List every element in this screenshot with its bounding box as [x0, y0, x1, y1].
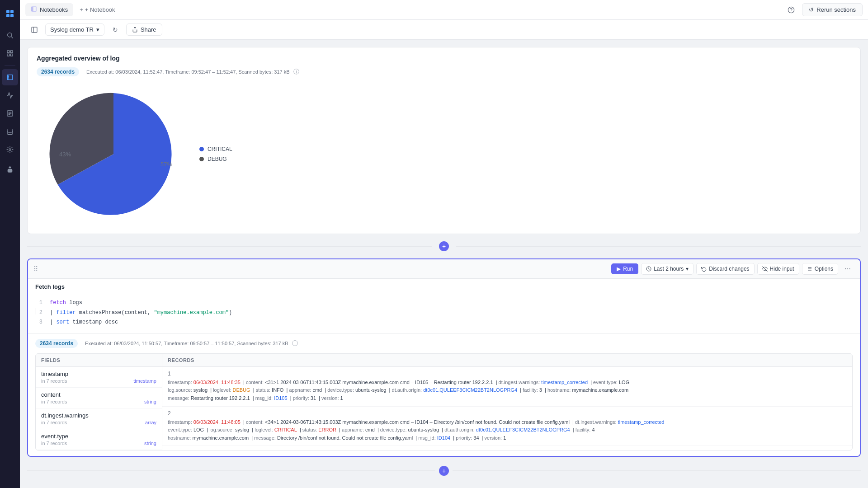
rerun-sections-button[interactable]: ↺ Rerun sections — [802, 3, 863, 16]
topbar-right: ↺ Rerun sections — [784, 3, 863, 17]
field-name-event-type: event.type — [41, 433, 156, 440]
overview-section-card: Aggregated overview of log 2634 records … — [27, 47, 861, 234]
options-button[interactable]: Options — [802, 263, 838, 275]
svg-point-18 — [9, 149, 11, 150]
bottom-add-line-left — [27, 470, 435, 471]
line-num-3: 3 — [35, 318, 42, 328]
nav-logs-icon[interactable] — [2, 105, 18, 122]
overview-section: Aggregated overview of log 2634 records … — [28, 47, 860, 234]
rerun-label: Rerun sections — [816, 6, 856, 13]
field-type-event-type: string — [144, 441, 156, 446]
notebooks-tab[interactable]: Notebooks — [25, 3, 73, 16]
run-button[interactable]: ▶ Run — [611, 263, 638, 274]
fetch-section-title: Fetch logs — [28, 279, 860, 293]
code-content-1: fetch logs — [50, 298, 82, 308]
legend-label-critical: CRITICAL — [208, 146, 232, 152]
code-line-1: 1 fetch logs — [35, 298, 853, 308]
field-count-timestamp: in 7 records — [41, 378, 67, 384]
field-name-dt-ingest: dt.ingest.warnings — [41, 412, 156, 419]
nav-apps-icon[interactable] — [2, 45, 18, 61]
record-row-1: 1 timestamp: 06/03/2024, 11:48:35 | cont… — [162, 367, 852, 407]
content-area: Aggregated overview of log 2634 records … — [20, 40, 868, 488]
discard-changes-button[interactable]: Discard changes — [696, 263, 754, 275]
legend-dot-debug — [199, 157, 204, 161]
overview-execution-info: Executed at: 06/03/2024, 11:52:47, Timef… — [86, 69, 289, 75]
field-row-event-type[interactable]: event.type in 7 records string — [36, 429, 162, 450]
code-content-3: | sort timestamp desc — [50, 318, 118, 328]
discard-label: Discard changes — [709, 266, 749, 272]
field-row-dt-ingest[interactable]: dt.ingest.warnings in 7 records array — [36, 408, 162, 429]
add-line-left — [27, 246, 432, 247]
svg-rect-7 — [10, 51, 13, 53]
hide-input-button[interactable]: Hide input — [757, 263, 799, 275]
notebook-name-label: Syslog demo TR — [50, 26, 94, 33]
legend-item-critical: CRITICAL — [199, 146, 232, 152]
overview-records-badge: 2634 records — [37, 67, 79, 76]
overview-info-icon[interactable]: ⓘ — [293, 68, 299, 76]
topbar: Notebooks + + Notebook ↺ Rerun sections — [20, 0, 868, 20]
code-line-2: 2 | filter matchesPhrase(content, "mymac… — [35, 308, 853, 318]
options-label: Options — [815, 266, 833, 272]
results-area: 2634 records Executed at: 06/03/2024, 11… — [28, 333, 860, 456]
legend-dot-critical — [199, 147, 204, 151]
nav-search-icon[interactable] — [2, 27, 18, 43]
add-section-button-1[interactable]: + — [439, 241, 449, 251]
field-count-content: in 7 records — [41, 399, 67, 404]
nav-separator — [5, 65, 15, 66]
help-button[interactable] — [784, 3, 798, 17]
nav-data-icon[interactable] — [2, 123, 18, 140]
svg-rect-1 — [10, 10, 14, 13]
nav-notebooks-icon[interactable] — [2, 69, 18, 85]
results-table: Fields timestamp in 7 records timestamp … — [35, 353, 853, 450]
field-row-content[interactable]: content in 7 records string — [36, 388, 162, 408]
notebook-name-dropdown[interactable]: Syslog demo TR ▾ — [45, 23, 104, 36]
field-count-dt-ingest: in 7 records — [41, 420, 67, 425]
time-range-button[interactable]: Last 2 hours ▾ — [641, 263, 693, 275]
refresh-button[interactable]: ↻ — [108, 23, 123, 37]
svg-rect-8 — [7, 54, 9, 56]
field-name-content: content — [41, 391, 156, 398]
nav-metrics-icon[interactable] — [2, 87, 18, 103]
svg-rect-6 — [7, 51, 9, 53]
fetch-toolbar: ⠿ ▶ Run Last 2 hours ▾ Discard changes — [28, 259, 860, 279]
results-info-icon[interactable]: ⓘ — [292, 339, 298, 347]
add-notebook-button[interactable]: + + Notebook — [75, 4, 119, 15]
svg-rect-2 — [6, 14, 9, 17]
nav-settings-icon[interactable] — [2, 141, 18, 158]
sidebar-toggle-button[interactable] — [27, 23, 42, 37]
app-logo-icon — [2, 5, 18, 22]
pie-label-57: 57% — [160, 161, 172, 168]
chart-container: 43% 57% CRITICAL DEBUG — [37, 82, 851, 226]
fields-column: Fields timestamp in 7 records timestamp … — [36, 354, 162, 450]
results-records-badge: 2634 records — [35, 339, 78, 348]
add-section-row-bottom: + — [27, 462, 861, 479]
notebooks-tab-icon — [31, 6, 37, 14]
field-row-timestamp[interactable]: timestamp in 7 records timestamp — [36, 367, 162, 388]
nav-python-icon[interactable] — [2, 161, 18, 178]
field-type-timestamp: timestamp — [133, 378, 156, 384]
sidebar — [0, 0, 20, 488]
add-section-button-bottom[interactable]: + — [439, 466, 449, 476]
rerun-icon: ↺ — [809, 6, 814, 13]
drag-handle-icon[interactable]: ⠿ — [33, 265, 38, 272]
share-button[interactable]: Share — [126, 23, 162, 36]
share-label: Share — [141, 26, 156, 33]
main-content: Notebooks + + Notebook ↺ Rerun sections … — [20, 0, 868, 488]
results-header: 2634 records Executed at: 06/03/2024, 11… — [35, 339, 853, 348]
bottom-add-line-right — [453, 470, 861, 471]
refresh-icon: ↻ — [113, 26, 118, 33]
record-num-1: 1 — [168, 371, 847, 377]
field-meta-dt-ingest: in 7 records array — [41, 420, 156, 425]
results-execution-info: Executed at: 06/03/2024, 11:50:57, Timef… — [85, 341, 288, 346]
records-header: Records — [162, 354, 852, 367]
hide-input-label: Hide input — [770, 266, 794, 272]
pie-chart: 43% 57% — [46, 86, 181, 222]
legend-item-debug: DEBUG — [199, 156, 232, 162]
field-meta-timestamp: in 7 records timestamp — [41, 378, 156, 384]
svg-rect-0 — [6, 10, 9, 13]
line-num-2: 2 — [35, 308, 42, 318]
svg-rect-22 — [32, 27, 37, 33]
svg-rect-9 — [10, 54, 13, 56]
more-options-button[interactable]: ⋯ — [841, 263, 854, 275]
code-editor[interactable]: 1 fetch logs 2 | filter matchesPhrase(co… — [28, 293, 860, 333]
